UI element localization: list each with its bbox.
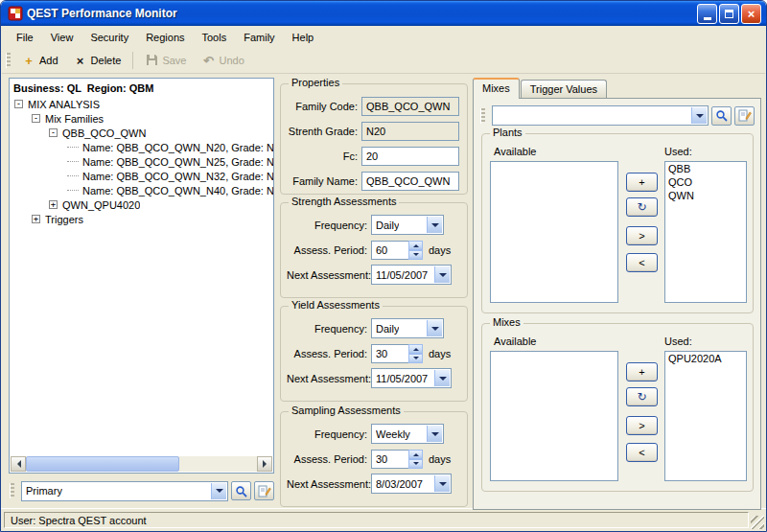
minimize-button[interactable] (697, 4, 717, 24)
family-name-field[interactable]: QBB_QCO_QWN (361, 172, 459, 191)
yield-period-value[interactable]: 30 (371, 344, 409, 363)
mixes-available-list[interactable] (490, 351, 618, 481)
strength-grade-field[interactable]: N20 (361, 122, 459, 141)
family-name-label: Family Name: (287, 175, 361, 187)
menu-file[interactable]: File (8, 29, 42, 46)
edit-button[interactable] (254, 481, 274, 500)
scrollbar-track[interactable] (26, 456, 257, 472)
selector-grip[interactable] (10, 483, 14, 498)
sampling-frequency-select[interactable]: Weekly (371, 424, 444, 444)
search-button[interactable] (231, 481, 251, 500)
family-code-field[interactable]: QBB_QCO_QWN (361, 97, 459, 116)
chevron-down-icon[interactable] (691, 107, 707, 124)
spin-up-button[interactable] (408, 344, 423, 354)
family-code-label: Family Code: (287, 101, 361, 112)
list-item[interactable]: QCO (665, 175, 746, 189)
save-button[interactable]: Save (137, 50, 194, 72)
plants-available-list[interactable] (490, 161, 618, 303)
tree-item-triggers[interactable]: + Triggers (10, 212, 273, 226)
mixes-move-right-button[interactable]: > (626, 416, 658, 435)
spin-down-button[interactable] (408, 250, 423, 260)
mixes-transfer-buttons: + ↻ > < (626, 362, 658, 462)
menu-security[interactable]: Security (81, 29, 137, 46)
menu-tools[interactable]: Tools (194, 29, 236, 46)
tree-item-mix[interactable]: Name: QBB_QCO_QWN_N32, Grade: N32 (10, 169, 273, 183)
plants-sync-button[interactable]: ↻ (626, 197, 658, 217)
menu-view[interactable]: View (42, 29, 82, 46)
fc-field[interactable]: 20 (361, 147, 459, 166)
plants-move-left-button[interactable]: < (626, 253, 658, 272)
filter-combo[interactable] (492, 105, 709, 126)
toolbar-grip[interactable] (6, 53, 11, 68)
spin-up-button[interactable] (408, 241, 423, 250)
filter-grip[interactable] (480, 108, 485, 124)
add-button[interactable]: + Add (14, 51, 66, 71)
sampling-period-value[interactable]: 30 (371, 450, 409, 469)
tree-item-family[interactable]: - QBB_QCO_QWN (10, 126, 273, 140)
right-tabstrip: Mixes Trigger Values (473, 77, 608, 98)
delete-button[interactable]: × Delete (66, 51, 129, 71)
collapse-icon[interactable]: - (14, 100, 23, 108)
yield-frequency-select[interactable]: Daily (371, 318, 444, 338)
tab-mixes[interactable]: Mixes (473, 78, 520, 99)
horizontal-scrollbar[interactable] (11, 456, 272, 472)
mixes-move-left-button[interactable]: < (626, 443, 658, 462)
expand-icon[interactable]: + (32, 215, 40, 223)
tab-trigger-values[interactable]: Trigger Values (521, 80, 607, 98)
collapse-icon[interactable]: - (49, 128, 58, 137)
yield-period-stepper[interactable]: 30 (371, 344, 423, 363)
mixes-used-list[interactable]: QPU2020A (664, 351, 747, 481)
tree-header: Business: QL Region: QBM (10, 79, 273, 97)
spin-up-button[interactable] (408, 450, 423, 459)
menu-regions[interactable]: Regions (137, 29, 193, 46)
mixes-sync-button[interactable]: ↻ (626, 387, 658, 406)
strength-next-date-value: 11/05/2007 (376, 269, 428, 281)
fc-label: Fc: (287, 150, 361, 162)
plants-used-list[interactable]: QBB QCO QWN (664, 161, 747, 303)
strength-period-stepper[interactable]: 60 (371, 241, 423, 260)
sampling-period-stepper[interactable]: 30 (371, 450, 423, 469)
chevron-down-icon[interactable] (211, 483, 226, 499)
scroll-right-button[interactable] (257, 456, 272, 472)
tree-item-label: QWN_QPU4020 (62, 199, 140, 211)
list-item[interactable]: QWN (665, 189, 746, 202)
undo-button[interactable]: ↶ Undo (194, 51, 251, 71)
chevron-down-icon[interactable] (434, 475, 450, 492)
list-item[interactable]: QPU2020A (665, 352, 746, 365)
frequency-label: Frequency: (287, 323, 371, 335)
tree-item-mix[interactable]: Name: QBB_QCO_QWN_N20, Grade: N20 (10, 140, 273, 154)
tree-item-mix[interactable]: Name: QBB_QCO_QWN_N40, Grade: N40 (10, 183, 273, 197)
maximize-button[interactable] (719, 4, 739, 24)
sampling-next-date-picker[interactable]: 8/03/2007 (371, 474, 452, 494)
strength-period-value[interactable]: 60 (371, 241, 409, 260)
tree-item-mix-analysis[interactable]: - MIX ANALYSIS (10, 97, 273, 111)
chevron-down-icon[interactable] (434, 370, 450, 386)
resize-grip[interactable] (751, 516, 764, 529)
filter-search-button[interactable] (711, 106, 732, 126)
chevron-down-icon[interactable] (427, 217, 442, 233)
menu-family[interactable]: Family (235, 29, 283, 46)
chevron-down-icon[interactable] (434, 266, 450, 283)
mixes-add-button[interactable]: + (626, 362, 658, 382)
spin-down-button[interactable] (408, 354, 423, 363)
tree-item-family[interactable]: + QWN_QPU4020 (10, 197, 273, 212)
tree-selector-combo[interactable]: Primary (21, 481, 228, 501)
plants-add-button[interactable]: + (626, 173, 658, 192)
plants-move-right-button[interactable]: > (626, 226, 658, 245)
strength-frequency-select[interactable]: Daily (371, 215, 444, 235)
menu-help[interactable]: Help (284, 29, 323, 46)
filter-edit-button[interactable] (734, 106, 755, 126)
expand-icon[interactable]: + (49, 200, 58, 209)
spin-down-button[interactable] (408, 459, 423, 469)
list-item[interactable]: QBB (665, 162, 746, 175)
tree-item-mix-families[interactable]: - Mix Families (10, 111, 273, 126)
collapse-icon[interactable]: - (32, 114, 40, 123)
yield-next-date-picker[interactable]: 11/05/2007 (371, 368, 452, 388)
chevron-down-icon[interactable] (427, 320, 442, 336)
close-button[interactable]: × (741, 4, 761, 24)
scroll-left-button[interactable] (11, 456, 26, 472)
chevron-down-icon[interactable] (427, 426, 442, 442)
strength-next-date-picker[interactable]: 11/05/2007 (371, 265, 452, 285)
tree-item-mix[interactable]: Name: QBB_QCO_QWN_N25, Grade: N25 (10, 154, 273, 169)
scrollbar-thumb[interactable] (26, 456, 179, 472)
